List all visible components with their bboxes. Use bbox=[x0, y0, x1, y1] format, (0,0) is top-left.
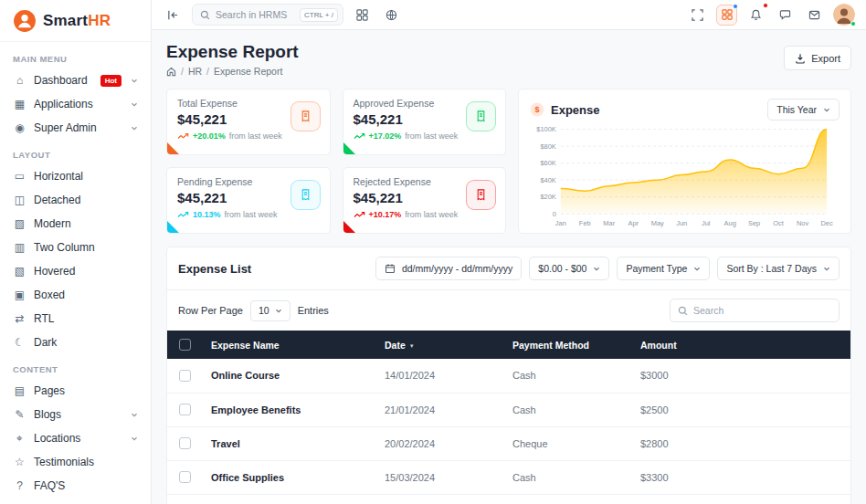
sidebar-nav: MAIN MENU⌂DashboardHot▦Applications◉Supe… bbox=[0, 42, 151, 504]
table-search-input[interactable] bbox=[693, 305, 831, 316]
cell-expense-name[interactable]: Travel bbox=[202, 426, 375, 460]
avatar[interactable] bbox=[833, 4, 855, 26]
chart-title: Expense bbox=[551, 103, 761, 117]
stat-trend: +20.01%from last week bbox=[177, 131, 320, 141]
apps-grid-button[interactable] bbox=[716, 5, 737, 26]
global-search-input[interactable] bbox=[216, 9, 294, 20]
svg-text:May: May bbox=[651, 220, 664, 228]
hovered-icon: ▧ bbox=[13, 266, 26, 277]
table-row: Online Course14/01/2024Cash$3000 bbox=[167, 359, 850, 393]
sidebar-item-pages[interactable]: ▤Pages bbox=[0, 379, 151, 403]
breadcrumb-hr[interactable]: HR bbox=[188, 66, 202, 77]
sidebar-item-label: Testimonials bbox=[34, 456, 138, 468]
cell-expense-name[interactable]: Employee Benefits bbox=[202, 393, 375, 426]
col-date[interactable]: Date▼ bbox=[375, 331, 503, 359]
amount-range-filter[interactable]: $0.00 - $00 bbox=[529, 257, 609, 280]
date-range-filter[interactable]: dd/mm/yyyy - dd/mm/yyyy bbox=[375, 257, 522, 280]
stat-card-rejected-expense: Rejected Expense$45,221+10.17%from last … bbox=[343, 167, 507, 234]
payment-type-filter[interactable]: Payment Type bbox=[617, 257, 710, 280]
app-window: SmartHR MAIN MENU⌂DashboardHot▦Applicati… bbox=[0, 0, 866, 504]
sidebar-item-label: Dark bbox=[34, 336, 138, 349]
svg-text:Mar: Mar bbox=[603, 220, 615, 228]
table-row: Travel20/02/2024Cheque$2800 bbox=[167, 426, 850, 460]
home-icon[interactable] bbox=[166, 67, 176, 77]
online-status-dot bbox=[850, 21, 856, 26]
sidebar-collapse-icon[interactable] bbox=[163, 5, 184, 26]
sidebar-item-dashboard[interactable]: ⌂DashboardHot bbox=[0, 68, 151, 92]
cell-payment-method: Cheque bbox=[503, 426, 631, 460]
sidebar-item-modern[interactable]: ▨Modern bbox=[0, 212, 151, 236]
sidebar-item-locations[interactable]: ⌖Locations bbox=[0, 426, 151, 450]
notifications-bell-icon[interactable] bbox=[745, 5, 766, 26]
sidebar-item-testimonials[interactable]: ☆Testimonials bbox=[0, 450, 151, 474]
page-title: Expense Report bbox=[166, 42, 299, 62]
blogs-icon: ✎ bbox=[13, 409, 26, 420]
table-search[interactable] bbox=[670, 299, 840, 322]
stats-grid: Total Expense$45,221+20.01%from last wee… bbox=[166, 89, 506, 234]
brand-name: SmartHR bbox=[43, 12, 111, 30]
breadcrumb-current: Expense Report bbox=[214, 66, 282, 77]
list-toolbar: Row Per Page 10 Entries bbox=[167, 290, 850, 331]
sidebar-item-detached[interactable]: ◫Detached bbox=[0, 188, 151, 212]
global-search[interactable]: CTRL + / bbox=[192, 4, 343, 26]
cell-amount: $2500 bbox=[631, 393, 850, 426]
locations-icon: ⌖ bbox=[13, 433, 26, 444]
row-checkbox[interactable] bbox=[179, 370, 191, 382]
fullscreen-icon[interactable] bbox=[687, 5, 708, 26]
main-area: CTRL + / bbox=[152, 0, 866, 504]
svg-text:Dec: Dec bbox=[820, 220, 833, 228]
sidebar-section-label: MAIN MENU bbox=[13, 54, 138, 64]
chart-period-select[interactable]: This Year bbox=[767, 99, 840, 121]
topbar-right bbox=[687, 4, 855, 26]
applications-icon: ▦ bbox=[13, 99, 26, 110]
sidebar-item-faq-s[interactable]: ?FAQ'S bbox=[0, 474, 151, 498]
row-checkbox[interactable] bbox=[179, 437, 191, 449]
export-button[interactable]: Export bbox=[784, 46, 851, 70]
expense-list-header: Expense List dd/mm/yyyy - dd/mm/yyyy $0.… bbox=[167, 247, 850, 290]
row-checkbox[interactable] bbox=[179, 471, 191, 483]
sidebar-item-dark[interactable]: ☾Dark bbox=[0, 331, 151, 354]
corner-ribbon bbox=[343, 221, 355, 233]
table-row: Office Supplies15/03/2024Cash$3300 bbox=[167, 460, 850, 494]
cell-expense-name[interactable]: Welcome Kit bbox=[202, 494, 375, 504]
stat-trend: +17.02%from last week bbox=[354, 131, 496, 141]
cell-expense-name[interactable]: Online Course bbox=[202, 359, 375, 393]
row-per-page-select[interactable]: 10 bbox=[250, 300, 290, 321]
faq-icon: ? bbox=[13, 480, 26, 491]
expense-table: Expense Name Date▼ Payment Method Amount… bbox=[167, 331, 850, 504]
sidebar-item-super-admin[interactable]: ◉Super Admin bbox=[0, 116, 151, 140]
sidebar-item-label: Applications bbox=[34, 98, 123, 110]
cell-date: 21/01/2024 bbox=[375, 393, 503, 426]
select-all-checkbox[interactable] bbox=[179, 339, 191, 351]
sidebar-item-horizontal[interactable]: ▭Horizontal bbox=[0, 164, 151, 188]
sidebar-item-boxed[interactable]: ▣Boxed bbox=[0, 283, 151, 307]
cell-date: 12/04/2024 bbox=[375, 494, 503, 504]
cell-amount: $3300 bbox=[631, 460, 850, 494]
stat-card-approved-expense: Approved Expense$45,221+17.02%from last … bbox=[343, 89, 507, 155]
sidebar-item-label: Dashboard bbox=[34, 74, 93, 87]
dark-icon: ☾ bbox=[13, 337, 26, 348]
sidebar-item-label: Boxed bbox=[34, 289, 138, 301]
sidebar-section-label: LAYOUT bbox=[13, 150, 138, 160]
sidebar-item-rtl[interactable]: ⇄RTL bbox=[0, 307, 151, 331]
row-checkbox[interactable] bbox=[179, 404, 191, 415]
layout-grid-icon[interactable] bbox=[352, 5, 373, 26]
sort-by-filter[interactable]: Sort By : Last 7 Days bbox=[717, 257, 840, 280]
page-header: Expense Report / HR / Expense Report bbox=[166, 42, 851, 77]
sidebar-item-hovered[interactable]: ▧Hovered bbox=[0, 259, 151, 283]
expense-table-body: Online Course14/01/2024Cash$3000Employee… bbox=[167, 359, 850, 504]
brand-logo[interactable]: SmartHR bbox=[0, 0, 151, 42]
corner-ribbon bbox=[167, 142, 179, 154]
globe-icon[interactable] bbox=[381, 5, 402, 26]
sidebar-item-two-column[interactable]: ▥Two Column bbox=[0, 236, 151, 259]
svg-text:0: 0 bbox=[553, 210, 556, 218]
cell-expense-name[interactable]: Office Supplies bbox=[202, 460, 375, 494]
mail-icon[interactable] bbox=[804, 5, 825, 26]
sidebar-item-blogs[interactable]: ✎Blogs bbox=[0, 403, 151, 426]
chevron-down-icon bbox=[693, 267, 701, 271]
sidebar-item-applications[interactable]: ▦Applications bbox=[0, 92, 151, 116]
chevron-down-icon bbox=[131, 436, 138, 441]
sidebar-item-label: Super Admin bbox=[34, 121, 123, 134]
chat-icon[interactable] bbox=[775, 5, 796, 26]
cell-payment-method: Cheque bbox=[503, 494, 631, 504]
